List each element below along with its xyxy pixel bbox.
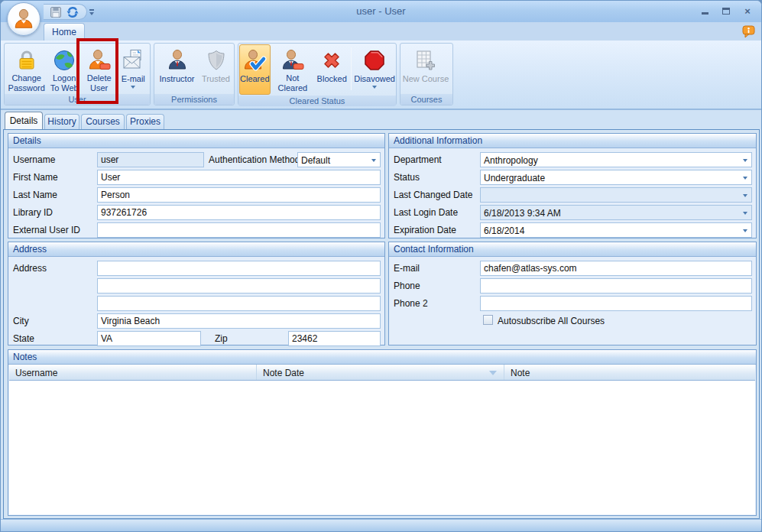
tab-history[interactable]: History xyxy=(44,114,79,129)
chevron-down-icon xyxy=(371,159,376,162)
close-button[interactable]: × xyxy=(741,5,754,16)
resize-grip[interactable] xyxy=(757,527,759,529)
status-label: Status xyxy=(394,172,420,183)
address-line2-input[interactable] xyxy=(97,278,381,294)
additional-info-header: Additional Information xyxy=(389,134,756,148)
notes-panel: Notes Username Note Date Note xyxy=(8,349,757,516)
last-name-input[interactable] xyxy=(97,187,381,203)
maximize-button[interactable] xyxy=(720,5,732,16)
minimize-icon xyxy=(702,12,708,15)
new-course-icon xyxy=(413,48,438,74)
trusted-button[interactable]: Trusted xyxy=(199,44,233,93)
notes-column-username[interactable]: Username xyxy=(9,365,257,380)
details-panel: Details Username Authentication Method D… xyxy=(8,133,385,238)
zip-input[interactable] xyxy=(288,331,381,346)
chevron-down-icon xyxy=(131,86,135,89)
quick-access-dropdown-button[interactable] xyxy=(86,7,97,18)
minimize-button[interactable] xyxy=(699,5,711,16)
refresh-button[interactable] xyxy=(65,5,80,19)
not-cleared-button[interactable]: Not Cleared xyxy=(271,44,316,93)
stop-sign-icon xyxy=(362,48,387,74)
cleared-button[interactable]: Cleared xyxy=(239,44,271,95)
state-label: State xyxy=(13,333,34,344)
status-select[interactable]: Undergraduate xyxy=(480,170,752,185)
username-label: Username xyxy=(13,154,55,165)
disavowed-button[interactable]: Disavowed xyxy=(354,44,395,93)
user-not-cleared-icon xyxy=(280,48,305,73)
auth-method-select[interactable]: Default xyxy=(297,152,381,167)
notes-table-body[interactable] xyxy=(9,381,755,514)
zip-label: Zip xyxy=(215,333,228,344)
chevron-down-icon xyxy=(743,177,747,180)
username-input[interactable] xyxy=(97,152,204,167)
tab-courses[interactable]: Courses xyxy=(81,114,125,129)
ribbon-group-label-permissions: Permissions xyxy=(154,93,234,105)
details-panel-header: Details xyxy=(8,134,384,148)
user-avatar-icon xyxy=(12,8,35,31)
phone2-input[interactable] xyxy=(480,296,752,311)
additional-info-panel: Additional Information Department Anthro… xyxy=(388,133,757,238)
auth-method-value: Default xyxy=(301,155,330,166)
department-label: Department xyxy=(394,154,442,165)
change-password-button[interactable]: Change Password xyxy=(5,44,47,93)
email-icon xyxy=(121,48,145,74)
last-changed-date-label: Last Changed Date xyxy=(394,190,472,200)
library-id-label: Library ID xyxy=(13,207,53,218)
detail-tab-strip: Details History Courses Proxies xyxy=(1,112,761,129)
notes-column-note[interactable]: Note xyxy=(504,365,755,380)
email-button[interactable]: E-mail xyxy=(117,44,149,93)
phone-input[interactable] xyxy=(480,278,752,294)
padlock-icon xyxy=(15,48,39,73)
ribbon-group-permissions: Instructor Trusted Permissions xyxy=(154,43,235,105)
address-line1-input[interactable] xyxy=(97,261,381,276)
phone2-label: Phone 2 xyxy=(394,298,428,309)
last-login-date-label: Last Login Date xyxy=(394,207,458,218)
notes-column-note-date[interactable]: Note Date xyxy=(257,365,504,380)
state-input[interactable] xyxy=(97,331,201,346)
ribbon-group-label-cleared-status: Cleared Status xyxy=(238,95,396,106)
expiration-date-select[interactable]: 6/18/2014 xyxy=(480,222,752,238)
last-name-label: Last Name xyxy=(13,190,57,200)
city-label: City xyxy=(13,316,29,326)
address-line3-input[interactable] xyxy=(97,296,381,311)
help-button[interactable] xyxy=(741,25,756,39)
auth-method-label: Authentication Method xyxy=(209,154,300,165)
chevron-down-icon xyxy=(372,86,377,89)
last-login-date-value: 6/18/2013 9:34 AM xyxy=(484,208,561,219)
shield-icon xyxy=(204,48,229,74)
department-select[interactable]: Anthropology xyxy=(480,152,752,167)
external-user-id-label: External User ID xyxy=(13,225,80,235)
external-user-id-input[interactable] xyxy=(97,222,381,238)
first-name-input[interactable] xyxy=(97,170,381,185)
autosubscribe-checkbox[interactable] xyxy=(483,315,493,325)
save-icon xyxy=(50,6,62,18)
address-panel-header: Address xyxy=(8,242,384,257)
save-button[interactable] xyxy=(48,5,63,19)
city-input[interactable] xyxy=(97,313,381,329)
chevron-down-icon xyxy=(743,159,747,162)
new-course-button[interactable]: New Course xyxy=(401,44,450,93)
notes-table-header: Username Note Date Note xyxy=(9,365,755,381)
app-menu-button[interactable] xyxy=(7,2,41,36)
refresh-icon xyxy=(66,5,79,19)
last-login-date-select[interactable]: 6/18/2013 9:34 AM xyxy=(480,205,752,220)
chevron-down-icon xyxy=(743,194,747,197)
status-value: Undergraduate xyxy=(484,173,545,183)
chevron-down-icon xyxy=(89,9,94,11)
tab-details[interactable]: Details xyxy=(5,112,43,129)
sort-descending-icon xyxy=(489,371,497,375)
window-title: user - User xyxy=(1,5,761,17)
ribbon-group-cleared-status: Cleared Not Cleared xyxy=(238,43,397,105)
tab-proxies[interactable]: Proxies xyxy=(126,114,164,129)
email-input[interactable] xyxy=(480,261,752,276)
last-changed-date-select[interactable] xyxy=(480,187,752,203)
instructor-icon xyxy=(165,48,190,74)
contact-info-panel: Contact Information E-mail Phone Phone 2… xyxy=(388,242,757,345)
info-bubble-icon xyxy=(741,25,756,39)
instructor-button[interactable]: Instructor xyxy=(155,44,199,93)
phone-label: Phone xyxy=(394,281,420,291)
library-id-input[interactable] xyxy=(97,205,381,220)
main-content: Details Username Authentication Method D… xyxy=(3,129,760,519)
blocked-button[interactable]: Blocked xyxy=(315,44,349,93)
globe-icon xyxy=(52,48,76,73)
